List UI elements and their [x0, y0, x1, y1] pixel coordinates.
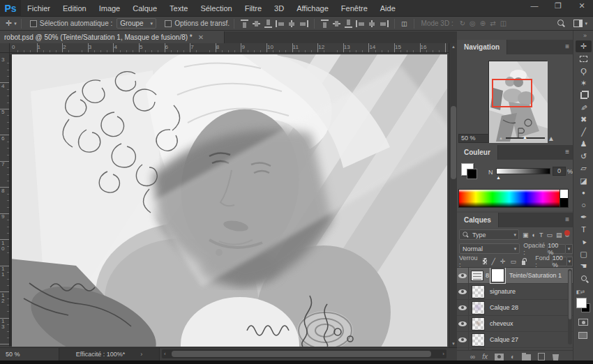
layer-name[interactable]: Teinte/Saturation 1 — [509, 272, 562, 279]
layer-list-scrollbar[interactable] — [568, 269, 572, 344]
align-horizontal-centers-icon[interactable] — [287, 20, 296, 28]
eye-icon[interactable] — [458, 273, 467, 278]
color-spectrum-bar[interactable] — [458, 189, 560, 208]
lock-artboard-icon[interactable]: ▭ — [510, 258, 516, 265]
layer-name[interactable]: cheveux — [490, 320, 513, 327]
add-layer-mask-icon[interactable] — [495, 354, 504, 361]
mask-link-icon[interactable]: 8 — [486, 272, 489, 279]
link-layers-icon[interactable]: ∞ — [470, 353, 475, 361]
menu-item-edition[interactable]: Edition — [57, 4, 93, 13]
blend-mode-dropdown[interactable]: Normal ▾ — [459, 243, 520, 254]
layer-scroll-thumb[interactable] — [569, 271, 571, 319]
scroll-left-icon[interactable]: ‹ — [164, 351, 166, 357]
vertical-ruler[interactable]: 345678910111213 — [0, 53, 10, 347]
chevron-down-icon[interactable]: ▾ — [585, 21, 587, 26]
canvas-vertical-scrollbar[interactable]: ▲ ▼ — [449, 43, 457, 347]
layer-thumbnail[interactable] — [472, 301, 485, 314]
tool-gradient[interactable]: ◪ — [576, 175, 592, 187]
new-adjustment-layer-icon[interactable]: ◐ — [511, 353, 515, 361]
layer-row-calque-27[interactable]: Calque 27 — [457, 332, 573, 348]
gray-value-field[interactable]: 0 — [553, 167, 566, 176]
layer-style-icon[interactable]: fx — [482, 353, 488, 361]
horizontal-ruler[interactable]: 012345678910111213141516 — [10, 43, 449, 53]
panel-menu-icon[interactable]: ≡ — [565, 148, 569, 156]
lock-all-icon[interactable] — [522, 261, 525, 265]
ramp-slider-thumb[interactable]: ▲ — [496, 175, 501, 180]
panel-menu-icon[interactable]: ≡ — [565, 43, 569, 50]
navigator-preview[interactable] — [488, 61, 547, 142]
tool-dodge[interactable]: ○ — [576, 199, 592, 211]
menu-item-image[interactable]: Image — [93, 4, 127, 13]
menu-item-affichage[interactable]: Affichage — [290, 4, 335, 13]
tool-history-brush[interactable]: ↺ — [576, 151, 592, 162]
auto-select-checkbox[interactable] — [30, 20, 37, 27]
eye-icon[interactable] — [458, 321, 467, 326]
close-tab-icon[interactable]: ✕ — [198, 33, 204, 41]
tab-calques[interactable]: Calques — [457, 213, 499, 227]
distribute-left-edges-icon[interactable] — [356, 20, 365, 28]
gray-ramp-slider[interactable] — [496, 168, 550, 174]
layer-row-signature[interactable]: signature — [457, 284, 573, 300]
navigator-zoom-field[interactable]: 50 % — [458, 134, 489, 143]
layer-row-calque-28[interactable]: Calque 28 — [457, 300, 573, 316]
layer-mask-thumbnail[interactable] — [491, 268, 504, 282]
distribute-bottom-edges-icon[interactable] — [344, 20, 353, 28]
shape-layer-filter-icon[interactable]: ▭ — [546, 232, 553, 238]
tool-preset-chevron-icon[interactable]: ▾ — [14, 21, 17, 26]
align-right-edges-icon[interactable] — [299, 20, 308, 28]
show-transform-checkbox[interactable] — [165, 20, 172, 27]
tool-healing-brush[interactable]: ✖ — [576, 114, 592, 126]
tool-lasso[interactable]: Ϙ — [576, 65, 592, 77]
tool-brush[interactable]: ╱ — [576, 126, 592, 138]
distribute-vertical-centers-icon[interactable] — [332, 20, 341, 28]
scroll-right-icon[interactable]: › — [442, 351, 444, 357]
auto-align-icon[interactable]: ◫ — [399, 20, 410, 27]
opacity-value-field[interactable]: 100 % — [547, 244, 566, 254]
quick-mask-icon[interactable] — [578, 319, 588, 326]
auto-select-dropdown[interactable]: Groupe ▾ — [117, 18, 156, 29]
eye-icon[interactable] — [458, 305, 467, 310]
visibility-cell[interactable] — [457, 316, 469, 332]
eye-icon[interactable] — [458, 289, 467, 294]
align-vertical-centers-icon[interactable] — [252, 20, 261, 28]
tool-move[interactable]: ✛ — [576, 40, 592, 52]
layer-row-teinte-saturation[interactable]: 8 Teinte/Saturation 1 — [457, 268, 573, 284]
tool-pen[interactable]: ✒ — [576, 211, 592, 223]
distribute-right-edges-icon[interactable] — [380, 20, 389, 28]
minimize-button[interactable]: — — [527, 1, 541, 10]
tool-rectangle[interactable]: ▢ — [576, 248, 592, 260]
opacity-chevron[interactable]: ▾ — [566, 244, 573, 254]
smart-object-filter-icon[interactable]: ▤ — [556, 232, 562, 238]
layer-row-cheveux[interactable]: cheveux — [457, 316, 573, 332]
lock-pixels-icon[interactable]: ╱ — [492, 258, 495, 265]
menu-item-fichier[interactable]: Fichier — [21, 4, 57, 13]
distribute-top-edges-icon[interactable] — [320, 20, 329, 28]
layer-name[interactable]: Calque 27 — [490, 336, 518, 343]
zoom-out-icon[interactable]: ▲ — [499, 136, 503, 140]
close-button[interactable]: ✕ — [575, 1, 589, 10]
menu-item-calque[interactable]: Calque — [126, 4, 163, 13]
visibility-cell[interactable] — [457, 268, 469, 284]
maximize-button[interactable]: ❐ — [551, 1, 565, 10]
default-colors-icon[interactable]: ◧⇄ — [576, 289, 585, 295]
adjustment-layer-filter-icon[interactable]: ◐ — [532, 232, 536, 238]
pixel-layer-filter-icon[interactable]: ▣ — [523, 232, 529, 238]
vertical-scroll-thumb[interactable] — [451, 106, 456, 179]
adjustment-layer-thumbnail[interactable] — [471, 271, 483, 281]
fill-value-field[interactable]: 100 % — [552, 257, 567, 266]
menu-item-filtre[interactable]: Filtre — [239, 4, 268, 13]
tool-type[interactable]: T — [576, 224, 592, 236]
visibility-cell[interactable] — [457, 284, 469, 300]
status-zoom-field[interactable]: 50 % — [0, 351, 59, 358]
menu-item-texte[interactable]: Texte — [163, 4, 194, 13]
layer-thumbnail[interactable] — [472, 285, 485, 298]
move-tool-icon[interactable]: ✛ — [3, 19, 14, 28]
tool-blur[interactable]: ● — [576, 187, 592, 199]
fill-chevron[interactable]: ▾ — [567, 257, 573, 266]
zoom-slider-thumb[interactable]: ▲ — [523, 135, 527, 139]
align-left-edges-icon[interactable] — [276, 20, 285, 28]
workspace-switcher-icon[interactable] — [573, 20, 583, 27]
navigator-zoom-slider[interactable]: ▲ — [506, 137, 545, 139]
navigator-proxy-view-box[interactable] — [492, 79, 532, 107]
screen-mode-icon[interactable] — [578, 332, 587, 339]
